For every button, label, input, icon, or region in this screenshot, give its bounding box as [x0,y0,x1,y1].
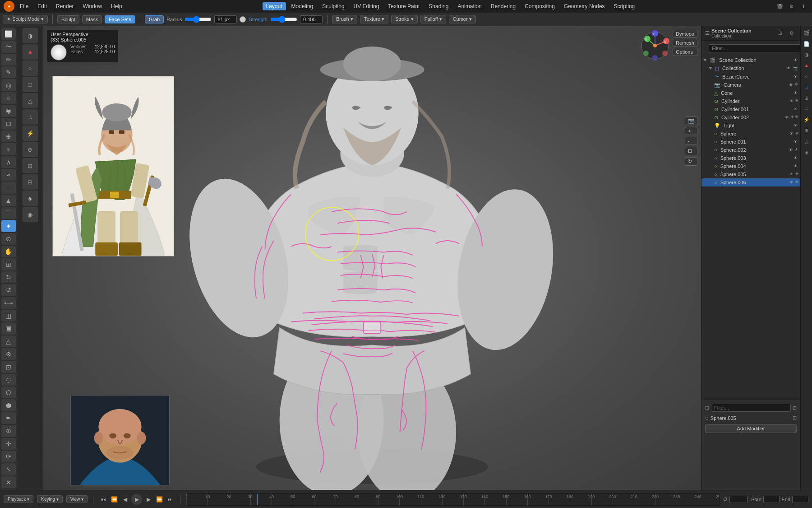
outliner-light[interactable]: 💡 Light 👁 [701,121,800,130]
constraints-icon[interactable]: ⊕ [23,142,38,157]
menu-modeling[interactable]: Modeling [288,2,317,10]
modifiers-icon[interactable]: ⊞ [23,158,38,173]
smooth-brush[interactable]: ≈ [1,169,16,181]
falloff-menu[interactable]: Falloff ▾ [420,15,446,23]
lasso-mask-tool[interactable]: ◌ [1,374,16,386]
sphere-hide[interactable]: 👁 [788,130,794,137]
draw-brush[interactable]: ✏ [1,54,16,65]
move-tool2[interactable]: ✛ [1,438,16,450]
cone-hide[interactable]: 👁 [792,90,798,96]
outliner-sphere001[interactable]: ○ Sphere.001 👁 [701,138,800,146]
outliner-settings-btn[interactable]: ⚙ [787,28,797,38]
orbit-btn[interactable]: ↻ [685,157,697,166]
outliner-sphere002[interactable]: ○ Sphere.002 👁 ▲ [701,146,800,154]
cylinder-hide[interactable]: 👁 [788,98,794,104]
bezier-hide[interactable]: 👁 [792,74,798,80]
material-icon[interactable]: ◈ [23,191,38,206]
outliner-bezier[interactable]: 〜 BezierCurve 👁 [701,72,800,81]
start-frame-input[interactable]: 1 [763,496,780,503]
next-frame-btn[interactable]: ▶ [144,495,153,504]
blob-brush[interactable]: ○ [1,143,16,155]
sphere001-hide[interactable]: 👁 [792,139,798,145]
add-modifier-btn[interactable]: Add Modifier [705,424,797,433]
constraints-props-icon[interactable]: ⊕ [802,126,812,135]
face-sets-tool[interactable]: ⬡ [1,387,16,398]
physics-icon[interactable]: ⚡ [23,126,38,141]
mode-selector[interactable]: ✦ Sculpt Mode ▾ [3,15,48,23]
particles-icon[interactable]: ∴ [23,109,38,125]
pinch-brush[interactable]: ⊙ [1,233,16,245]
outliner-cylinder[interactable]: ⊙ Cylinder 👁 ◈ [701,97,800,105]
outliner-collection[interactable]: ◻ Collection 👁 📷 [701,64,800,72]
menu-texture[interactable]: Texture Paint [384,2,423,10]
layer-brush[interactable]: ⊟ [1,118,16,130]
info-icon[interactable]: ℹ [798,1,808,11]
clay-thumb[interactable]: ◉ [1,105,16,117]
camera-hide[interactable]: 👁 [788,82,794,88]
output-props-icon[interactable]: 📄 [802,39,812,49]
view-layer-props-icon[interactable]: ◑ [802,50,812,60]
slide-relax[interactable]: ⟷ [1,297,16,309]
orientation-gizmo[interactable]: X Y Z [639,30,671,61]
cylinder002-hide[interactable]: 👁 [784,114,790,121]
outliner-filter-btn[interactable]: ⊞ [775,28,785,38]
camera-view-btn[interactable]: 📷 [685,117,697,125]
outliner-sphere006[interactable]: ○ Sphere.006 👁 ◈ [701,178,800,186]
keying-menu[interactable]: Keying ▾ [37,495,62,503]
prev-frame-btn[interactable]: ◀ [120,495,129,504]
blender-logo[interactable]: ✦ [4,1,14,12]
physics-props-icon[interactable]: ⚡ [802,115,812,125]
scrape-brush[interactable]: ⌒ [1,207,16,219]
data-props-icon[interactable]: △ [802,136,812,146]
sphere006-hide[interactable]: 👁 [788,179,794,186]
next-keyframe-btn[interactable]: ⏩ [155,495,164,504]
dyntopo-btn[interactable]: Dyntopo [673,30,697,38]
brush-menu[interactable]: Brush ▾ [332,15,357,23]
collection-hide-btn[interactable]: 👁 [785,65,791,71]
view-layer-icon[interactable]: ◑ [23,28,38,43]
object-props-icon[interactable]: □ [802,82,812,92]
sphere002-hide[interactable]: 👁 [787,147,794,153]
mesh-icon[interactable]: △ [23,93,38,108]
prev-keyframe-btn[interactable]: ⏪ [110,495,119,504]
render-props-icon[interactable]: 🎬 [802,28,812,38]
simplify-brush[interactable]: △ [1,336,16,347]
cursor-place[interactable]: ✕ [1,476,16,488]
scale-tool2[interactable]: ⤡ [1,463,16,475]
world-icon[interactable]: ○ [23,61,38,76]
collection-render-btn[interactable]: 📷 [792,65,798,71]
jump-to-start-btn[interactable]: ⏮ [99,495,108,504]
menu-compositing[interactable]: Compositing [521,2,558,10]
current-frame-input[interactable]: 33 [729,496,747,503]
sphere005-hide[interactable]: 👁 [788,171,794,177]
hide-btn[interactable]: 👁 [792,57,798,63]
crease-brush[interactable]: ∧ [1,156,16,168]
transform-tool2[interactable]: ⊕ [1,425,16,437]
menu-help[interactable]: Help [107,2,126,10]
box-face-sets[interactable]: ⬢ [1,399,16,411]
menu-layout[interactable]: Layout [263,2,286,10]
menu-window[interactable]: Window [79,2,106,10]
timeline-ruler[interactable]: 0 10 20 30 40 50 60 70 80 90 100 110 [186,493,720,506]
texture-menu[interactable]: Texture ▾ [360,15,388,23]
boundary-brush[interactable]: ◫ [1,310,16,322]
cloth-brush[interactable]: ▣ [1,322,16,334]
header-menu-sculpt[interactable]: Sculpt [57,15,79,23]
data-icon[interactable]: ⊟ [23,174,38,190]
menu-edit[interactable]: Edit [34,2,51,10]
menu-uv[interactable]: UV Editing [350,2,383,10]
outliner-cone[interactable]: △ Cone 👁 [701,89,800,97]
scene-props-icon[interactable]: 🔺 [802,61,812,70]
end-frame-input[interactable]: 250 [792,496,808,503]
settings-icon[interactable]: ⚙ [787,1,797,11]
scene-icon[interactable]: 🔺 [23,44,38,60]
lasso-select-tool[interactable]: 〜 [1,41,16,52]
clay-strips[interactable]: ≡ [1,92,16,104]
zoom-in-btn[interactable]: + [685,127,697,135]
grab-brush[interactable]: ✋ [1,246,16,257]
mask-tool[interactable]: ⊗ [1,348,16,360]
header-menu-facesets[interactable]: Face Sets [105,15,135,23]
playback-menu[interactable]: Playback ▾ [4,495,33,503]
render-icon2[interactable]: ◉ [23,207,38,222]
material-props-icon[interactable]: ◈ [802,147,812,157]
